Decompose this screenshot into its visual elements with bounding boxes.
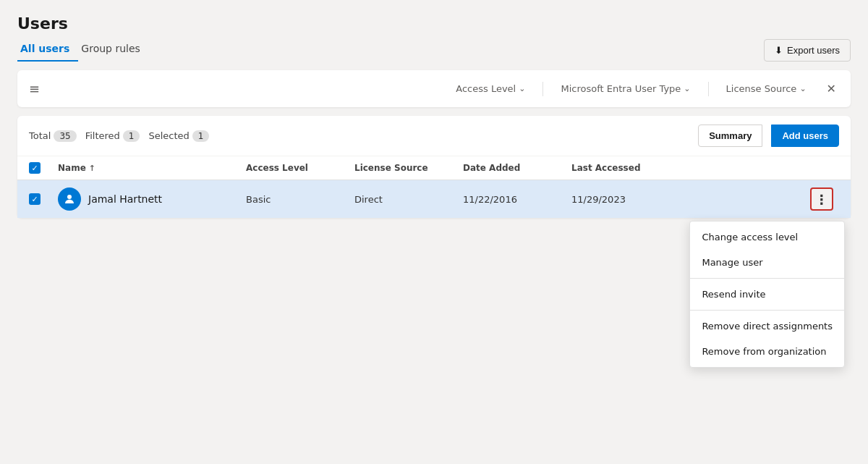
- chevron-down-icon-2: ⌄: [684, 84, 690, 93]
- table-row: ✓ Jamal Hartnett Basic Direct 11/22/2016…: [17, 180, 851, 218]
- export-icon: ⬇: [775, 45, 783, 56]
- menu-item-change-access-level[interactable]: Change access level: [690, 224, 844, 250]
- user-cell: Jamal Hartnett: [58, 187, 246, 211]
- tabs-container: All users Group rules: [17, 38, 149, 62]
- header-checkbox-cell: ✓: [29, 162, 58, 174]
- filter-divider-2: [708, 82, 709, 96]
- sort-arrow-icon: ↑: [89, 164, 95, 173]
- row-last-accessed: 11/29/2023: [571, 194, 810, 205]
- chevron-down-icon-3: ⌄: [799, 84, 806, 93]
- chevron-down-icon: ⌄: [519, 84, 525, 93]
- col-license-source: License Source: [354, 163, 463, 173]
- add-users-button[interactable]: Add users: [771, 125, 839, 147]
- filtered-count-label: Filtered 1: [85, 130, 140, 142]
- menu-divider-2: [690, 310, 844, 311]
- filter-license-source[interactable]: License Source ⌄: [720, 80, 812, 97]
- entra-user-type-label: Microsoft Entra User Type: [561, 83, 681, 94]
- col-name: Name ↑: [58, 163, 246, 173]
- menu-item-remove-direct[interactable]: Remove direct assignments: [690, 313, 844, 339]
- svg-point-0: [67, 195, 72, 199]
- menu-item-remove-from-org[interactable]: Remove from organization: [690, 339, 844, 364]
- export-users-button[interactable]: ⬇ Export users: [764, 39, 851, 62]
- filter-divider-1: [542, 82, 543, 96]
- filtered-count-badge: 1: [123, 130, 140, 142]
- row-access-level: Basic: [246, 194, 354, 205]
- filter-entra-user-type[interactable]: Microsoft Entra User Type ⌄: [555, 80, 696, 97]
- menu-item-resend-invite[interactable]: Resend invite: [690, 282, 844, 307]
- selected-count-badge: 1: [192, 130, 210, 142]
- total-count-label: Total 35: [29, 130, 77, 142]
- row-license-source: Direct: [354, 194, 463, 205]
- select-all-checkbox[interactable]: ✓: [29, 162, 41, 174]
- summary-button[interactable]: Summary: [698, 125, 762, 147]
- tabs-row: All users Group rules ⬇ Export users: [17, 38, 851, 62]
- page-title: Users: [17, 14, 851, 33]
- menu-item-manage-user[interactable]: Manage user: [690, 250, 844, 275]
- export-label: Export users: [787, 45, 840, 56]
- total-count-badge: 35: [54, 130, 76, 142]
- selected-count-label: Selected 1: [148, 130, 209, 142]
- col-last-accessed: Last Accessed: [571, 163, 810, 173]
- context-menu: Change access level Manage user Resend i…: [689, 221, 845, 368]
- table-header: ✓ Name ↑ Access Level License Source Dat…: [17, 156, 851, 180]
- col-date-added: Date Added: [463, 163, 571, 173]
- license-source-label: License Source: [726, 83, 797, 94]
- access-level-label: Access Level: [456, 83, 516, 94]
- row-checkbox-cell: ✓: [29, 193, 58, 205]
- filter-access-level[interactable]: Access Level ⌄: [450, 80, 531, 97]
- filter-icon[interactable]: ≡: [29, 81, 40, 96]
- row-actions-cell: ⋮: [810, 187, 839, 211]
- row-more-button[interactable]: ⋮: [810, 187, 833, 211]
- row-date-added: 11/22/2016: [463, 194, 571, 205]
- menu-divider-1: [690, 278, 844, 279]
- users-table-card: Total 35 Filtered 1 Selected 1 Summary A…: [17, 116, 851, 218]
- tab-group-rules[interactable]: Group rules: [78, 38, 149, 62]
- user-name: Jamal Hartnett: [88, 193, 162, 205]
- filter-bar: ≡ Access Level ⌄ Microsoft Entra User Ty…: [17, 70, 851, 107]
- close-filter-button[interactable]: ✕: [824, 79, 839, 98]
- row-checkbox-check-icon: ✓: [31, 195, 38, 203]
- col-access-level: Access Level: [246, 163, 354, 173]
- checkbox-check-icon: ✓: [31, 164, 38, 172]
- avatar: [58, 187, 81, 211]
- table-toolbar: Total 35 Filtered 1 Selected 1 Summary A…: [17, 116, 851, 156]
- row-checkbox[interactable]: ✓: [29, 193, 41, 205]
- tab-all-users[interactable]: All users: [17, 38, 78, 62]
